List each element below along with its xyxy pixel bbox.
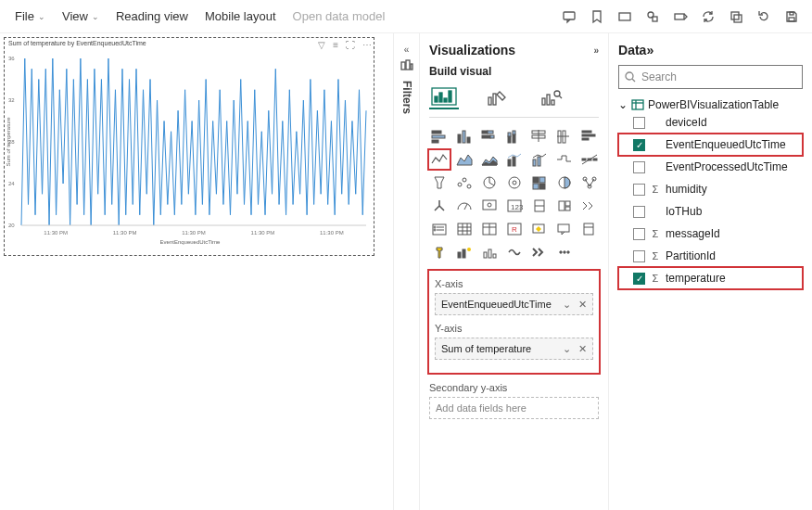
- view-menu[interactable]: View⌄: [55, 6, 107, 27]
- y-axis-remove-icon[interactable]: ✕: [578, 343, 587, 355]
- visual-type-36[interactable]: [454, 243, 475, 261]
- svg-point-120: [564, 251, 565, 253]
- sync-icon[interactable]: [695, 4, 721, 30]
- visual-type-22[interactable]: [454, 197, 475, 215]
- collapse-data-icon[interactable]: »: [646, 43, 653, 57]
- format-visual-tab[interactable]: [483, 85, 513, 109]
- visual-type-30[interactable]: [479, 220, 500, 238]
- build-visual-tab[interactable]: [429, 85, 459, 109]
- y-axis-dropdown-icon[interactable]: ⌄: [563, 343, 571, 355]
- field-checkbox[interactable]: [633, 250, 645, 262]
- field-IoTHub[interactable]: IoTHub: [618, 200, 803, 223]
- field-checkbox[interactable]: [633, 206, 645, 218]
- visual-type-15[interactable]: [454, 173, 475, 192]
- visual-type-6[interactable]: [579, 127, 600, 146]
- field-checkbox[interactable]: [633, 161, 645, 173]
- reset-icon[interactable]: [751, 4, 777, 30]
- visual-type-39[interactable]: [529, 243, 550, 261]
- visual-type-9[interactable]: [479, 150, 500, 169]
- visual-type-25[interactable]: [529, 197, 550, 215]
- save-icon[interactable]: [779, 4, 805, 30]
- svg-point-119: [560, 251, 562, 253]
- rectangle-icon[interactable]: [612, 4, 638, 30]
- arrow-icon[interactable]: [667, 4, 693, 30]
- secondary-y-well[interactable]: Add data fields here: [429, 397, 599, 419]
- visual-type-1[interactable]: [454, 127, 475, 146]
- visual-type-17[interactable]: [504, 173, 525, 192]
- file-menu[interactable]: File⌄: [7, 6, 53, 27]
- field-EventEnqueuedUtcTime[interactable]: ✓EventEnqueuedUtcTime: [618, 134, 803, 156]
- main-area: Sum of temperature by EventEnqueuedUtcTi…: [0, 33, 812, 510]
- svg-line-83: [590, 179, 594, 186]
- visual-type-13[interactable]: [579, 150, 600, 169]
- visual-type-20[interactable]: [579, 173, 600, 192]
- visual-type-8[interactable]: [454, 150, 475, 169]
- visual-type-3[interactable]: [504, 127, 525, 146]
- line-chart-visual[interactable]: Sum of temperature by EventEnqueuedUtcTi…: [4, 37, 374, 256]
- search-input[interactable]: Search: [618, 65, 803, 89]
- visual-type-27[interactable]: [579, 197, 600, 215]
- field-checkbox[interactable]: [633, 117, 645, 129]
- visual-type-21[interactable]: [429, 197, 450, 215]
- field-EventProcessedUtcTime[interactable]: EventProcessedUtcTime: [618, 156, 803, 178]
- y-axis-well[interactable]: Sum of temperature ⌄✕: [435, 338, 593, 360]
- svg-text:20: 20: [8, 223, 15, 228]
- visual-type-14[interactable]: [429, 173, 450, 192]
- visual-type-29[interactable]: [454, 220, 475, 238]
- filters-pane-collapsed[interactable]: « Filters: [393, 33, 419, 510]
- svg-line-82: [585, 179, 590, 186]
- visual-type-35[interactable]: [429, 243, 450, 261]
- visual-type-38[interactable]: [504, 243, 525, 261]
- mobile-layout-button[interactable]: Mobile layout: [197, 6, 284, 27]
- visual-type-31[interactable]: R: [504, 220, 525, 238]
- visual-type-33[interactable]: [554, 220, 575, 238]
- reading-view-button[interactable]: Reading view: [108, 6, 196, 27]
- field-temperature[interactable]: ✓Σtemperature: [618, 267, 803, 289]
- bookmark-icon[interactable]: [584, 4, 610, 30]
- field-checkbox[interactable]: [633, 184, 645, 196]
- field-humidity[interactable]: Σhumidity: [618, 178, 803, 200]
- visual-type-26[interactable]: [554, 197, 575, 215]
- shapes-icon[interactable]: [640, 4, 666, 30]
- analytics-tab[interactable]: [537, 85, 566, 109]
- field-PartitionId[interactable]: ΣPartitionId: [618, 245, 803, 267]
- field-messageId[interactable]: ΣmessageId: [618, 223, 803, 245]
- visual-type-28[interactable]: [429, 220, 450, 238]
- svg-point-121: [567, 251, 569, 253]
- visual-type-19[interactable]: [554, 173, 575, 192]
- copy-icon[interactable]: [723, 4, 749, 30]
- expand-filters-icon[interactable]: «: [404, 45, 410, 55]
- visual-type-40[interactable]: [554, 243, 575, 261]
- visual-type-37[interactable]: [479, 243, 500, 261]
- svg-rect-48: [508, 133, 511, 136]
- visual-type-0[interactable]: [429, 127, 450, 146]
- visual-type-32[interactable]: [529, 220, 550, 238]
- field-name: EventProcessedUtcTime: [666, 160, 803, 173]
- visual-type-10[interactable]: [504, 150, 525, 169]
- field-checkbox[interactable]: ✓: [633, 139, 645, 151]
- visual-type-18[interactable]: [529, 173, 550, 192]
- visual-type-5[interactable]: [554, 127, 575, 146]
- visual-type-16[interactable]: [479, 173, 500, 192]
- field-name: IoTHub: [666, 205, 803, 218]
- table-node[interactable]: ⌄ PowerBIVisualizationTable: [618, 98, 803, 111]
- field-checkbox[interactable]: [633, 228, 645, 240]
- svg-rect-75: [539, 177, 545, 183]
- visual-type-4[interactable]: [529, 127, 550, 146]
- visual-type-7[interactable]: [429, 150, 450, 169]
- field-checkbox[interactable]: ✓: [633, 273, 645, 285]
- visual-type-12[interactable]: [554, 150, 575, 169]
- comment-icon[interactable]: [556, 4, 582, 30]
- field-deviceId[interactable]: deviceId: [618, 111, 803, 134]
- visual-type-34[interactable]: [579, 220, 600, 238]
- visual-type-23[interactable]: [479, 197, 500, 215]
- x-axis-dropdown-icon[interactable]: ⌄: [563, 299, 571, 311]
- visual-type-2[interactable]: [479, 127, 500, 146]
- visual-type-11[interactable]: [529, 150, 550, 169]
- x-axis-remove-icon[interactable]: ✕: [578, 299, 587, 311]
- collapse-viz-icon[interactable]: »: [593, 45, 599, 56]
- svg-point-122: [626, 72, 633, 80]
- visual-type-24[interactable]: 123: [504, 197, 525, 215]
- x-axis-well[interactable]: EventEnqueuedUtcTime ⌄✕: [435, 293, 593, 315]
- report-canvas[interactable]: Sum of temperature by EventEnqueuedUtcTi…: [0, 33, 393, 510]
